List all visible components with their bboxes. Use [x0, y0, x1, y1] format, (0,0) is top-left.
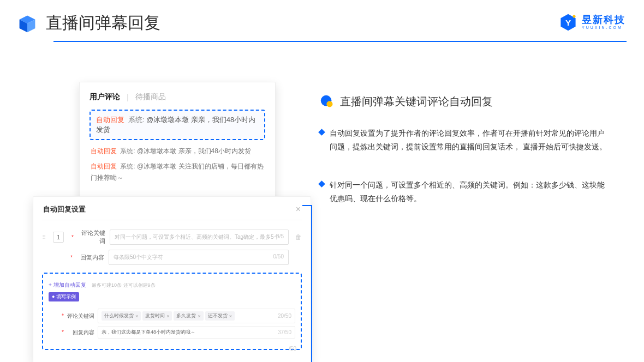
- diamond-bullet-icon: [318, 180, 325, 188]
- brand-hexagon-icon: Y: [559, 13, 577, 32]
- keyword-counter: 0/5: [276, 233, 284, 239]
- required-star: *: [62, 329, 64, 335]
- highlighted-comment: 自动回复 系统: @冰墩墩本墩 亲亲，我们48小时内发货: [90, 110, 265, 140]
- keyword-placeholder: 对同一个问题，可设置多个相近、高频的关键词。Tag确定，最多5个: [115, 234, 279, 240]
- keyword-input[interactable]: 对同一个问题，可设置多个相近、高频的关键词。Tag确定，最多5个 0/5: [110, 230, 289, 245]
- auto-reply-tag: 自动回复: [96, 116, 124, 124]
- rule-number: 1: [53, 232, 64, 243]
- comments-tabs: 用户评论 | 待播商品: [90, 92, 265, 102]
- example-tag: 什么时候发货×: [102, 311, 141, 321]
- tab-pending-goods[interactable]: 待播商品: [135, 92, 166, 102]
- orphan-counter: /50: [42, 346, 302, 352]
- example-reply-counter: 37/50: [278, 329, 291, 335]
- example-reply-label: 回复内容: [67, 329, 94, 336]
- tab-separator: |: [127, 93, 129, 101]
- brand-name-cn: 昱新科技: [582, 15, 625, 26]
- svg-text:Y: Y: [565, 18, 571, 27]
- bullet-item: 针对同一个问题，可设置多个相近的、高频的关键词。例如：这款多少钱、这块能优惠吗、…: [319, 178, 625, 205]
- add-hint: 最多可建10条 还可以创建9条: [92, 282, 156, 288]
- required-star: *: [62, 313, 64, 319]
- brand-logo: Y 昱新科技 YUUXIN.COM: [559, 13, 625, 32]
- example-keyword-field[interactable]: 什么时候发货× 发货时间× 多久发货× 还不发货× 20/50: [98, 309, 295, 323]
- comment-row: 自动回复 系统: @冰墩墩本墩 亲亲，我们48小时内发货: [91, 146, 265, 158]
- keyword-row: ⠿ 1 * 评论关键词 对同一个问题，可设置多个相近、高频的关键词。Tag确定，…: [42, 229, 302, 245]
- example-tag: 发货时间×: [142, 311, 172, 321]
- page-header: 直播间弹幕回复: [0, 0, 644, 34]
- description-column: 直播间弹幕关键词评论自动回复 自动回复设置为了提升作者的评论回复效率，作者可在开…: [319, 94, 625, 230]
- reply-placeholder: 每条限50个中文字符: [114, 254, 163, 260]
- chat-bubble-icon: [319, 94, 335, 109]
- reply-counter: 0/50: [273, 254, 284, 260]
- comment-row: 自动回复 系统: @冰墩墩本墩 关注我们的店铺，每日都有热门推荐呦～: [91, 161, 265, 184]
- reply-row: * 回复内容 每条限50个中文字符 0/50: [42, 250, 302, 265]
- delete-icon[interactable]: 🗑: [295, 233, 302, 241]
- keyword-label: 评论关键词: [78, 229, 105, 245]
- example-reply-field[interactable]: 亲，我们这边都是下单48小时内发货的哦～ 37/50: [98, 326, 295, 339]
- reply-label: 回复内容: [77, 254, 104, 262]
- connector-line: [311, 205, 312, 362]
- required-star: *: [71, 234, 74, 240]
- system-tag: 系统:: [120, 147, 135, 155]
- header-divider: [53, 41, 627, 42]
- bullet-item: 自动回复设置为了提升作者的评论回复效率，作者可在开播前针对常见的评论用户问题，提…: [319, 126, 625, 153]
- bullet-text: 针对同一个问题，可设置多个相近的、高频的关键词。例如：这款多少钱、这块能优惠吗、…: [330, 178, 609, 205]
- system-tag: 系统:: [120, 162, 135, 170]
- example-tag: 多久发货×: [174, 311, 203, 321]
- example-reply-text: 亲，我们这边都是下单48小时内发货的哦～: [102, 329, 195, 336]
- example-keyword-counter: 20/50: [278, 313, 291, 319]
- required-star: *: [70, 255, 73, 261]
- connector-line: [302, 205, 312, 206]
- example-section: + 增加自动回复 最多可建10条 还可以创建9条 ● 填写示例 * 评论关键词 …: [42, 273, 302, 350]
- drag-handle-icon[interactable]: ⠿: [42, 234, 45, 240]
- auto-reply-settings-card: 自动回复设置 × ⠿ 1 * 评论关键词 对同一个问题，可设置多个相近、高频的关…: [33, 196, 311, 362]
- add-auto-reply-link[interactable]: + 增加自动回复: [49, 282, 86, 288]
- example-keyword-label: 评论关键词: [67, 312, 94, 320]
- system-tag: 系统:: [128, 116, 145, 124]
- brand-name-en: YUUXIN.COM: [582, 26, 625, 30]
- section-title: 直播间弹幕关键词评论自动回复: [340, 94, 493, 109]
- cube-icon: [17, 14, 37, 33]
- comments-card: 用户评论 | 待播商品 自动回复 系统: @冰墩墩本墩 亲亲，我们48小时内发货…: [79, 82, 276, 202]
- reply-input[interactable]: 每条限50个中文字符 0/50: [109, 250, 289, 265]
- settings-title: 自动回复设置: [43, 204, 86, 214]
- comment-text: @冰墩墩本墩 亲亲，我们48小时内发货: [137, 147, 251, 155]
- example-reply-row: * 回复内容 亲，我们这边都是下单48小时内发货的哦～ 37/50: [49, 326, 295, 339]
- tab-user-comments[interactable]: 用户评论: [90, 92, 120, 102]
- auto-reply-tag: 自动回复: [91, 162, 117, 170]
- page-title: 直播间弹幕回复: [46, 12, 160, 34]
- diamond-bullet-icon: [318, 129, 325, 136]
- auto-reply-tag: 自动回复: [91, 147, 117, 155]
- example-keyword-row: * 评论关键词 什么时候发货× 发货时间× 多久发货× 还不发货× 20/50: [49, 309, 295, 323]
- svg-point-7: [326, 101, 332, 107]
- close-icon[interactable]: ×: [296, 204, 301, 214]
- bullet-text: 自动回复设置为了提升作者的评论回复效率，作者可在开播前针对常见的评论用户问题，提…: [330, 126, 609, 153]
- example-tag: 还不发货×: [205, 311, 235, 321]
- svg-point-5: [573, 15, 576, 17]
- example-badge: ● 填写示例: [49, 292, 79, 301]
